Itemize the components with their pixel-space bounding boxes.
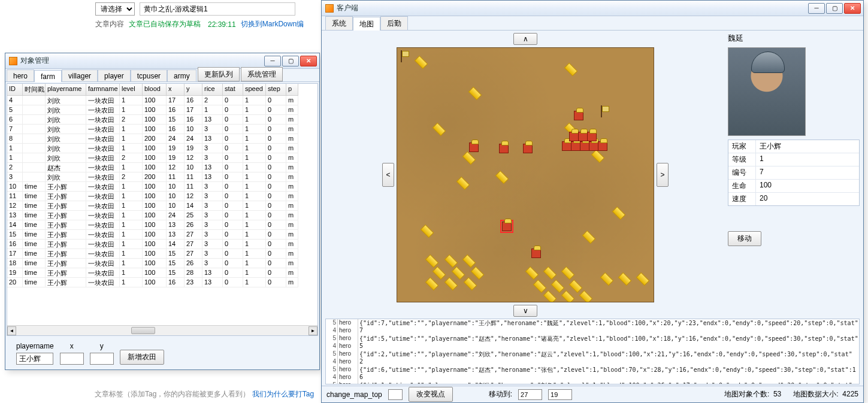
gold-tile[interactable]: [543, 266, 557, 280]
titlebar[interactable]: 客户端 ─ ▢ ✕: [322, 1, 863, 16]
gold-tile[interactable]: [612, 207, 626, 220]
gold-tile[interactable]: [561, 290, 575, 302]
map-unit[interactable]: [531, 249, 541, 258]
close-button[interactable]: ✕: [300, 56, 317, 66]
table-row[interactable]: 2赵杰一块农田1100121013010m: [7, 163, 317, 172]
map-unit[interactable]: [574, 111, 583, 120]
gold-tile[interactable]: [425, 277, 439, 291]
table-row[interactable]: 20time王小辉一块农田1100162313010m: [7, 278, 317, 287]
gold-tile[interactable]: [564, 63, 578, 77]
scroll-right-arrow[interactable]: ►: [309, 326, 317, 335]
table-row[interactable]: 3刘欣一块农田2200111113010m: [7, 172, 317, 182]
table-row[interactable]: 12time王小辉一块农田110010143010m: [7, 201, 317, 211]
table-row[interactable]: 13time王小辉一块农田110024253010m: [7, 211, 317, 220]
tab-地图[interactable]: 地图: [353, 17, 380, 31]
map-unit[interactable]: [469, 143, 479, 152]
map-unit[interactable]: [571, 141, 580, 151]
tab-系统[interactable]: 系统: [325, 16, 353, 30]
table-row[interactable]: 16time王小辉一块农田110014273010m: [7, 240, 317, 249]
col-playername[interactable]: playername: [46, 84, 86, 96]
y-input[interactable]: [90, 353, 114, 365]
x-input[interactable]: [60, 353, 84, 365]
tab-更新队列[interactable]: 更新队列: [198, 67, 240, 81]
minimize-button[interactable]: ─: [264, 56, 281, 66]
flag-icon[interactable]: [400, 50, 409, 62]
log-line[interactable]: {"id":5,"utime":"","playername":"赵杰","he…: [358, 335, 859, 343]
col-rice[interactable]: rice: [202, 84, 223, 96]
flag-icon[interactable]: [600, 105, 609, 117]
col-stat[interactable]: stat: [223, 84, 243, 96]
gold-tile[interactable]: [591, 150, 605, 163]
map-unit[interactable]: [523, 144, 533, 153]
tab-player[interactable]: player: [98, 69, 131, 81]
gold-tile[interactable]: [433, 123, 446, 137]
article-category-select[interactable]: 请选择: [95, 2, 135, 16]
gold-tile[interactable]: [600, 272, 614, 286]
map-down-button[interactable]: ∨: [513, 305, 537, 317]
map-unit[interactable]: [589, 141, 598, 151]
cmd-input[interactable]: [388, 389, 403, 400]
farm-grid[interactable]: ID时间戳playernamefarmnamelevelbloodxyrices…: [7, 83, 318, 336]
article-title-input[interactable]: [140, 2, 295, 16]
gold-tile[interactable]: [471, 266, 485, 280]
map-right-button[interactable]: >: [657, 163, 669, 187]
footer-tag-link[interactable]: 我们为什么要打Tag: [252, 390, 314, 398]
col-farmname[interactable]: farmname: [86, 84, 120, 96]
col-ID[interactable]: ID: [7, 84, 23, 96]
table-row[interactable]: 15time王小辉一块农田110013273010m: [7, 230, 317, 240]
gold-tile[interactable]: [421, 225, 434, 238]
col-speed[interactable]: speed: [243, 84, 266, 96]
gold-tile[interactable]: [618, 272, 632, 286]
gold-tile[interactable]: [444, 254, 458, 268]
col-时间戳[interactable]: 时间戳: [23, 84, 46, 96]
col-x[interactable]: x: [167, 84, 185, 96]
scroll-left-arrow[interactable]: ◄: [7, 326, 16, 335]
log-line[interactable]: {"id":1,"utime":"","playername":"刘欣","he…: [358, 381, 859, 384]
log-line[interactable]: 5: [358, 343, 859, 350]
col-level[interactable]: level: [120, 84, 143, 96]
gold-tile[interactable]: [579, 290, 593, 302]
table-row[interactable]: 1刘欣一块农田210019123010m: [7, 153, 317, 163]
gold-tile[interactable]: [444, 277, 458, 291]
tab-army[interactable]: army: [167, 69, 196, 81]
table-row[interactable]: 1刘欣一块农田110019193010m: [7, 144, 317, 153]
map-canvas[interactable]: [397, 47, 654, 302]
gold-tile[interactable]: [582, 231, 596, 244]
map-unit[interactable]: [587, 132, 597, 141]
moveto-x-input[interactable]: [518, 389, 542, 400]
log-line[interactable]: 7: [358, 327, 859, 335]
gold-tile[interactable]: [433, 266, 446, 280]
table-row[interactable]: 7刘欣一块农田110016103010m: [7, 125, 317, 134]
table-row[interactable]: 5刘欣一块农田110016171010m: [7, 105, 317, 115]
gold-tile[interactable]: [462, 254, 476, 268]
map-left-button[interactable]: <: [382, 163, 394, 187]
map-unit[interactable]: [569, 132, 579, 141]
gold-tile[interactable]: [415, 56, 428, 69]
col-blood[interactable]: blood: [143, 84, 167, 96]
tab-farm[interactable]: farm: [34, 70, 62, 82]
move-hero-button[interactable]: 移动: [728, 231, 761, 246]
table-row[interactable]: 11time王小辉一块农田110010123010m: [7, 192, 317, 201]
map-unit[interactable]: [598, 141, 607, 151]
gold-tile[interactable]: [464, 277, 477, 291]
gold-tile[interactable]: [525, 266, 539, 280]
scroll-thumb[interactable]: [131, 327, 155, 334]
maximize-button[interactable]: ▢: [826, 3, 843, 14]
log-line[interactable]: {"id":6,"utime":"","playername":"赵杰","he…: [358, 366, 859, 374]
map-unit[interactable]: [578, 132, 588, 141]
table-row[interactable]: 18time王小辉一块农田110015263010m: [7, 259, 317, 268]
log-line[interactable]: 2: [358, 358, 859, 366]
gold-tile[interactable]: [636, 272, 650, 286]
table-row[interactable]: 6刘欣一块农田2100151613010m: [7, 115, 317, 125]
log-line[interactable]: {"id":7,"utime":"","playername":"王小辉","h…: [358, 319, 859, 327]
gold-tile[interactable]: [569, 280, 583, 293]
log-line[interactable]: 6: [358, 374, 859, 381]
map-unit[interactable]: [580, 141, 589, 151]
table-row[interactable]: 19time王小辉一块农田1100152813010m: [7, 268, 317, 278]
close-button[interactable]: ✕: [844, 3, 861, 14]
gold-tile[interactable]: [452, 266, 465, 280]
tab-后勤[interactable]: 后勤: [380, 16, 408, 30]
gold-tile[interactable]: [468, 87, 482, 101]
table-row[interactable]: 4刘欣一块农田110017162010m: [7, 96, 317, 105]
tab-tcpuser[interactable]: tcpuser: [131, 69, 167, 81]
